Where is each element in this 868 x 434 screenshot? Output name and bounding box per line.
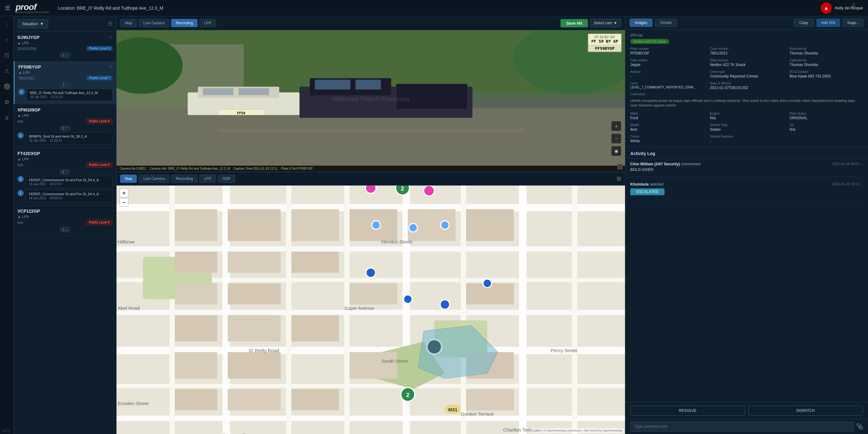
expand-btn[interactable]: 1 ⌃ bbox=[60, 82, 71, 88]
map-zoom-in[interactable]: + bbox=[120, 189, 128, 197]
svg-text:Watermark From AI Processing: Watermark From AI Processing bbox=[332, 96, 409, 102]
sidebar-map-icon[interactable]: ☷ bbox=[2, 51, 12, 60]
map-zoom-out[interactable]: − bbox=[120, 198, 128, 207]
type-text: LPR bbox=[22, 157, 29, 161]
station-label: Case station bbox=[630, 59, 704, 62]
sub-location-row: 1 BRMFN_Smit St and Henri St_38.3_A 18 J… bbox=[18, 132, 113, 144]
fullscreen-btn[interactable]: ⬛ bbox=[617, 164, 623, 170]
voi-list-label: VOI List bbox=[630, 33, 863, 37]
right-panel: Images Details Copy Add VOI Supp... VOI … bbox=[625, 16, 868, 434]
location-number: 1 bbox=[19, 89, 25, 95]
tab-live-camera[interactable]: Live Camera bbox=[138, 19, 169, 27]
incident-card-vcp122gp[interactable]: VCP122GP ▲ LPR N/A Public Level 0 1 ⌄ bbox=[14, 205, 116, 236]
voi-field-captured: Captured by Thomas Shumba bbox=[789, 59, 863, 67]
attach-icon[interactable]: 📎 bbox=[856, 423, 863, 430]
date-offence-value: 2021-01-07T08:03:25Z bbox=[710, 86, 783, 90]
incident-card-ff59bygp[interactable]: FF59BYGP ⚐ ▲ LPR 7901/2021 Public Level … bbox=[14, 61, 116, 104]
svg-point-82 bbox=[440, 221, 449, 229]
svg-rect-53 bbox=[175, 352, 217, 378]
sub-location[interactable]: BRMFN_Smit St and Henri St_38.3_A 18 Jan… bbox=[26, 132, 113, 144]
incident-date: N/A bbox=[18, 221, 23, 225]
plate-status-value: ORIGINAL bbox=[789, 116, 863, 120]
menu-button[interactable]: ☰ bbox=[5, 5, 10, 11]
activity-list: 2021-01-16 18:57:... Clive William (24/7… bbox=[625, 159, 868, 402]
make-value: Ford bbox=[630, 116, 704, 120]
camera-info-text: Camera Info: BRE_O' Reilly Rd and Tudhop… bbox=[150, 167, 230, 170]
supp-button[interactable]: Supp... bbox=[842, 19, 864, 27]
svg-text:Gordon Terrace: Gordon Terrace bbox=[461, 411, 494, 416]
camera-no: Camera No:5.8821 bbox=[120, 167, 146, 170]
incident-date: 7901/2021 bbox=[19, 76, 35, 80]
filter-icon[interactable]: ☷ bbox=[108, 21, 113, 27]
level-badge: Public Level 0 bbox=[86, 119, 113, 124]
map-tab-live-camera[interactable]: Live Camera bbox=[138, 175, 169, 183]
svg-rect-20 bbox=[117, 246, 625, 252]
map-tab-sop[interactable]: SOP bbox=[218, 175, 235, 183]
expand-btn[interactable]: 1 ⌄ bbox=[60, 227, 70, 232]
map-filter-icon[interactable]: ☷ bbox=[852, 3, 856, 7]
zoom-in-btn[interactable]: + bbox=[611, 121, 621, 131]
location-number: 1 bbox=[18, 132, 24, 138]
camera-info-bar: Camera No:5.8821 Camera Info: BRE_O' Rei… bbox=[117, 166, 625, 171]
expand-btn[interactable]: 2 ⌃ bbox=[60, 169, 70, 175]
map-tab-lpr[interactable]: LPR bbox=[199, 175, 216, 183]
plate-number: XPM189GP bbox=[18, 107, 40, 112]
svg-rect-26 bbox=[169, 186, 175, 434]
add-voi-button[interactable]: Add VOI bbox=[816, 19, 840, 27]
situation-dropdown[interactable]: Situation ▼ bbox=[18, 19, 48, 28]
svg-rect-51 bbox=[228, 315, 281, 341]
svg-rect-50 bbox=[175, 315, 217, 341]
sidebar-settings-icon[interactable]: ⚙ bbox=[2, 97, 12, 107]
zoom-out-btn[interactable]: − bbox=[611, 134, 621, 143]
incident-card-ft42dxgp[interactable]: FT42DXGP ▲ LPR N/A Public Level 0 2 ⌃ 2 … bbox=[14, 148, 116, 205]
expand-btn[interactable]: 1 ⌃ bbox=[60, 126, 70, 131]
voi-field-make: Make Ford bbox=[630, 112, 704, 120]
resolve-button[interactable]: RESOLVE bbox=[630, 406, 745, 415]
map-section: Map Live Camera Recording LPR SOP ☷ ⬛ bbox=[117, 172, 625, 434]
tab-images[interactable]: Images bbox=[630, 19, 652, 27]
incident-card-dj90jygp[interactable]: DJ90JYGP ⚐ ▲ LPR 310/10/2020 Public Leve… bbox=[14, 32, 116, 61]
sidebar-search-icon[interactable]: ☌ bbox=[2, 113, 12, 123]
location-time: 13:11:15 bbox=[51, 95, 63, 99]
location-pin-btn[interactable]: ◉ bbox=[611, 146, 621, 156]
dispatch-button[interactable]: DISPATCH bbox=[748, 406, 863, 415]
crime-value: Community Reported Crimes bbox=[710, 74, 783, 78]
plate-number: VCP122GP bbox=[18, 209, 40, 213]
card-header: XPM189GP bbox=[18, 107, 113, 112]
sidebar-home-icon[interactable]: ⌂ bbox=[2, 35, 12, 45]
chevron-down-icon: ▼ bbox=[614, 21, 617, 25]
map-tab-map[interactable]: Map bbox=[120, 175, 137, 183]
svg-point-80 bbox=[372, 221, 380, 229]
card-header: DJ90JYGP ⚐ bbox=[18, 35, 113, 40]
svg-rect-57 bbox=[175, 389, 217, 410]
save-hit-button[interactable]: Save Hit bbox=[560, 19, 588, 27]
location-text: Location: BRE_O' Reilly Rd and Tudhope A… bbox=[58, 6, 163, 10]
io-label: I/O & Contact bbox=[789, 70, 863, 73]
select-cam-button[interactable]: Select cam ▼ bbox=[590, 19, 621, 27]
situation-label: Situation bbox=[22, 22, 38, 26]
lpr-label: ▲ LPR bbox=[18, 41, 113, 45]
sub-location[interactable]: FERDP_Commissioner St and Fox St_04.4_A … bbox=[26, 190, 113, 202]
comment-input[interactable] bbox=[630, 422, 854, 432]
location-date: 18 Jan 2021 bbox=[29, 182, 46, 186]
location-meta: 18 Jan 2021 09:07:07 bbox=[29, 182, 109, 186]
svg-rect-48 bbox=[349, 283, 397, 304]
tab-details[interactable]: Details bbox=[655, 19, 677, 27]
incident-card-xpm189gp[interactable]: XPM189GP ▲ LPR N/A Public Level 0 1 ⌃ 1 … bbox=[14, 104, 116, 148]
level-value: LEVEL_7_COMMUNITY_REPORTED_CRIM... bbox=[630, 86, 704, 89]
map-tab-recording[interactable]: Recording bbox=[171, 175, 197, 183]
sub-location[interactable]: FERDP_Commissioner St and Fox St_04.4_A … bbox=[26, 176, 113, 188]
tab-map[interactable]: Map bbox=[120, 19, 137, 27]
sidebar-alert-icon[interactable]: ⚠ bbox=[2, 66, 12, 76]
voi-content: VOI List Nedtex 422 TA 1track Plate numb… bbox=[625, 30, 868, 147]
sidebar-user-icon[interactable]: ⚫ bbox=[2, 81, 12, 92]
tab-lpr[interactable]: LPR bbox=[199, 19, 216, 27]
tab-recording[interactable]: Recording bbox=[171, 19, 197, 27]
sub-location[interactable]: BRE_O' Reilly Rd and Tudhope Ave_12.3_M … bbox=[27, 89, 113, 101]
incident-list: DJ90JYGP ⚐ ▲ LPR 310/10/2020 Public Leve… bbox=[14, 32, 116, 434]
copy-button[interactable]: Copy bbox=[794, 19, 814, 27]
map-fullscreen-icon[interactable]: ⬛ bbox=[617, 176, 621, 181]
activity-time-2: 2021-01-18 13:12:... bbox=[832, 182, 863, 186]
sidebar-grid-icon[interactable]: ⋮ bbox=[2, 19, 12, 29]
expand-btn[interactable]: 1 ⌄ bbox=[60, 53, 70, 58]
